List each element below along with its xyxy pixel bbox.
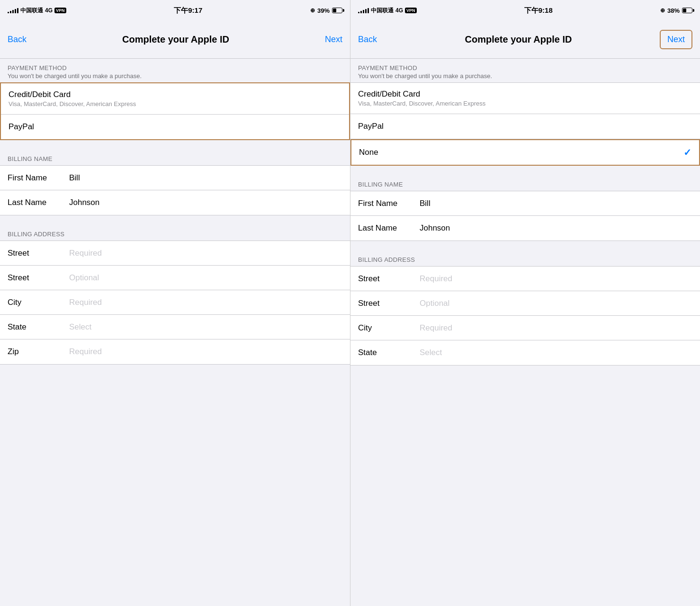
credit-card-label-right: Credit/Debit Card Visa, MasterCard, Disc… [358, 89, 485, 107]
billing-address-label-right: BILLING ADDRESS [358, 256, 692, 263]
payment-options-group-right: Credit/Debit Card Visa, MasterCard, Disc… [350, 82, 700, 139]
payment-section-header-right: PAYMENT METHOD You won't be charged unti… [350, 59, 700, 82]
street1-row-left[interactable]: Street Required [0, 241, 350, 266]
check-icon-right: ✓ [683, 147, 691, 158]
billing-address-header-left: BILLING ADDRESS [0, 225, 350, 241]
billing-name-group-right: First Name Bill Last Name Johnson [350, 191, 700, 241]
payment-subheader-left: You won't be charged until you make a pu… [8, 72, 342, 80]
network-left: 4G [45, 7, 53, 14]
billing-name-header-left: BILLING NAME [0, 150, 350, 165]
status-right-right: ⊕ 38% [660, 7, 692, 14]
status-bar-left-info: 中国联通 4G VPN [8, 7, 66, 15]
street1-row-right[interactable]: Street Required [350, 267, 700, 291]
status-bar-right-info: 中国联通 4G VPN [358, 7, 417, 15]
page-title-right: Complete your Apple ID [465, 34, 572, 45]
battery-right [682, 8, 692, 13]
battery-pct-left: 39% [317, 7, 330, 14]
first-name-row-right[interactable]: First Name Bill [350, 191, 700, 216]
billing-address-group-left: Street Required Street Optional City Req… [0, 241, 350, 365]
state-row-left[interactable]: State Select [0, 315, 350, 339]
battery-fill-left [333, 9, 336, 12]
billing-address-label-left: BILLING ADDRESS [8, 231, 342, 238]
nav-bar-right: Back Complete your Apple ID Next [350, 21, 700, 59]
signal-bars-left [8, 8, 18, 13]
spacer-1-left [0, 140, 350, 150]
battery-left [332, 8, 342, 13]
spacer-2-left [0, 215, 350, 225]
payment-subheader-right: You won't be charged until you make a pu… [358, 72, 692, 80]
time-left: 下午9:17 [174, 6, 202, 15]
vpn-right: VPN [405, 8, 417, 13]
signal-bars-right [358, 8, 369, 13]
city-row-right[interactable]: City Required [350, 316, 700, 340]
vpn-left: VPN [54, 8, 66, 13]
next-button-left[interactable]: Next [325, 35, 342, 45]
none-option-right[interactable]: None ✓ [351, 140, 699, 165]
last-name-row-left[interactable]: Last Name Johnson [0, 190, 350, 215]
signal-bar-3 [12, 10, 14, 13]
last-name-row-right[interactable]: Last Name Johnson [350, 216, 700, 241]
none-option-group-right: None ✓ [350, 139, 700, 166]
battery-pct-right: 38% [667, 7, 680, 14]
billing-name-label-right: BILLING NAME [358, 181, 692, 188]
city-row-left[interactable]: City Required [0, 290, 350, 315]
first-name-row-left[interactable]: First Name Bill [0, 166, 350, 190]
signal-bar-5 [17, 8, 18, 13]
signal-bar-r3 [363, 10, 364, 13]
credit-card-option-right[interactable]: Credit/Debit Card Visa, MasterCard, Disc… [350, 83, 700, 114]
battery-icon-right [682, 8, 692, 13]
street2-row-left[interactable]: Street Optional [0, 266, 350, 290]
spacer-2-right [350, 241, 700, 250]
location-icon-right: ⊕ [660, 7, 665, 14]
location-icon-left: ⊕ [310, 7, 315, 14]
signal-bar-r1 [358, 12, 359, 13]
back-button-right[interactable]: Back [358, 35, 377, 45]
billing-name-label-left: BILLING NAME [8, 155, 342, 162]
next-button-right[interactable]: Next [660, 30, 692, 49]
carrier-left: 中国联通 [20, 7, 43, 15]
billing-address-header-right: BILLING ADDRESS [350, 250, 700, 266]
state-row-right[interactable]: State Select [350, 340, 700, 365]
right-panel: 中国联通 4G VPN 下午9:18 ⊕ 38% Back Complete y… [350, 0, 700, 606]
carrier-right: 中国联通 [371, 7, 394, 15]
signal-bar-4 [15, 9, 16, 13]
credit-card-label-left: Credit/Debit Card Visa, MasterCard, Disc… [9, 90, 136, 107]
content-left: PAYMENT METHOD You won't be charged unti… [0, 59, 350, 606]
network-right: 4G [395, 7, 403, 14]
paypal-option-right[interactable]: PayPal [350, 114, 700, 139]
time-right: 下午9:18 [524, 6, 553, 15]
payment-header-label-right: PAYMENT METHOD [358, 64, 692, 71]
billing-name-group-left: First Name Bill Last Name Johnson [0, 165, 350, 215]
paypal-option-left[interactable]: PayPal [1, 115, 349, 139]
payment-header-label-left: PAYMENT METHOD [8, 64, 342, 71]
battery-fill-right [683, 9, 686, 12]
signal-bar-r2 [360, 11, 362, 13]
signal-bar-2 [10, 11, 11, 13]
signal-bar-1 [8, 12, 9, 13]
battery-icon-left [332, 8, 342, 13]
signal-bar-r5 [368, 8, 369, 13]
signal-bar-r4 [365, 9, 367, 13]
nav-bar-left: Back Complete your Apple ID Next [0, 21, 350, 59]
payment-options-group-left: Credit/Debit Card Visa, MasterCard, Disc… [0, 82, 350, 140]
status-bar-left: 中国联通 4G VPN 下午9:17 ⊕ 39% [0, 0, 350, 21]
page-title-left: Complete your Apple ID [122, 34, 229, 45]
payment-section-header-left: PAYMENT METHOD You won't be charged unti… [0, 59, 350, 82]
credit-card-option-left[interactable]: Credit/Debit Card Visa, MasterCard, Disc… [1, 83, 349, 115]
content-right: PAYMENT METHOD You won't be charged unti… [350, 59, 700, 606]
back-button-left[interactable]: Back [8, 35, 27, 45]
spacer-1-right [350, 166, 700, 175]
street2-row-right[interactable]: Street Optional [350, 291, 700, 316]
zip-row-left[interactable]: Zip Required [0, 339, 350, 364]
status-right-left: ⊕ 39% [310, 7, 342, 14]
left-panel: 中国联通 4G VPN 下午9:17 ⊕ 39% Back Complete y… [0, 0, 350, 606]
billing-name-header-right: BILLING NAME [350, 175, 700, 191]
status-bar-right: 中国联通 4G VPN 下午9:18 ⊕ 38% [350, 0, 700, 21]
billing-address-group-right: Street Required Street Optional City Req… [350, 266, 700, 365]
